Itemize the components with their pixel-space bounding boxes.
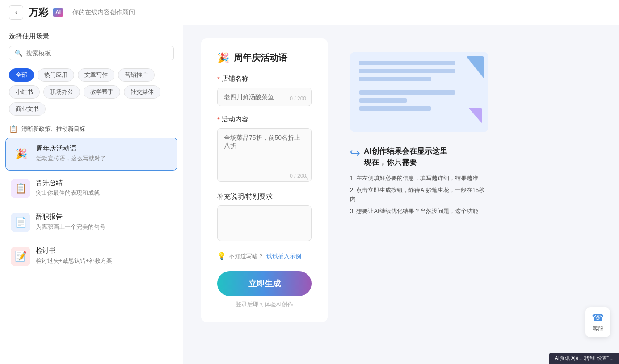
ai-tip-step-3: 3. 想要让AI继续优化结果？当然没问题，这个功能 (350, 207, 488, 216)
template-list: 🎉 周年庆活动语 活动宣传语，这么写就对了 📋 晋升总结 突出你最佳的表现和成就… (0, 138, 183, 274)
customer-service-label: 客服 (593, 325, 603, 333)
ai-tip-step-2: 2. 点击立即生成按钮，静待AI妙笔生花，一般在15秒内 (350, 186, 488, 203)
template-item-anniversary[interactable]: 🎉 周年庆活动语 活动宣传语，这么写就对了 (5, 138, 177, 171)
store-name-label: * 店铺名称 (217, 75, 312, 83)
activity-content-char-count: 0 / 200 (290, 173, 306, 179)
preview-line-2 (359, 69, 455, 73)
template-icon-promotion: 📋 (11, 179, 30, 198)
ai-tip-list: 1. 在左侧填好必要的信息，填写越详细，结果越准 2. 点击立即生成按钮，静待A… (350, 174, 488, 216)
template-info-review: 检讨书 检讨过失+诚恳认错+补救方案 (36, 247, 172, 265)
preview-line-1 (359, 61, 455, 65)
template-name-review: 检讨书 (36, 247, 172, 255)
preview-line-5 (359, 98, 407, 103)
template-desc-resignation: 为离职画上一个完美的句号 (36, 223, 172, 231)
template-name-resignation: 辞职报告 (36, 213, 172, 221)
template-info-anniversary: 周年庆活动语 活动宣传语，这么写就对了 (36, 144, 172, 163)
hint-icon: 💡 (217, 252, 226, 260)
sidebar-title: 选择使用场景 (9, 32, 174, 41)
required-mark-2: * (217, 116, 220, 123)
template-item-promotion[interactable]: 📋 晋升总结 突出你最佳的表现和成就 (5, 172, 177, 205)
back-button[interactable]: ‹ (9, 5, 23, 20)
template-desc-review: 检讨过失+诚恳认错+补救方案 (36, 257, 172, 265)
search-input[interactable] (26, 50, 168, 57)
logo-text: 万彩 (29, 6, 48, 19)
template-info-promotion: 晋升总结 突出你最佳的表现和成就 (36, 179, 172, 197)
generate-button[interactable]: 立即生成 (217, 271, 312, 296)
bottom-bar: AI资讯网/i... 转到 设置"... (549, 353, 619, 364)
sidebar: 选择使用场景 🔍 全部 热门应用 文章写作 营销推广 小红书 职场办公 教学帮手… (0, 25, 183, 364)
store-name-field: * 店铺名称 0 / 200 (217, 75, 312, 106)
form-title-icon: 🎉 (217, 52, 229, 64)
form-title-row: 🎉 周年庆活动语 (217, 52, 312, 64)
template-name-promotion: 晋升总结 (36, 179, 172, 187)
hint-row: 💡 不知道写啥？ 试试插入示例 (217, 252, 312, 260)
form-title: 周年庆活动语 (234, 52, 287, 64)
preview-illustration (350, 52, 488, 132)
search-box: 🔍 (9, 46, 174, 60)
hint-link[interactable]: 试试插入示例 (266, 252, 301, 260)
tag-all[interactable]: 全部 (9, 68, 34, 82)
form-card: 🎉 周年庆活动语 * 店铺名称 0 / 200 (201, 38, 328, 322)
section-icon: 📋 (9, 125, 18, 133)
preview-line-4 (359, 90, 455, 95)
supplement-label: 补充说明/特别要求 (217, 192, 312, 201)
decoration-area: ↩ AI创作结果会在显示这里 现在，你只需要 1. 在左侧填好必要的信息，填写越… (341, 38, 497, 237)
template-desc-promotion: 突出你最佳的表现和成就 (36, 189, 172, 197)
preview-line-6 (359, 106, 431, 111)
ai-tip-step-1: 1. 在左侧填好必要的信息，填写越详细，结果越准 (350, 174, 488, 183)
preview-line-3 (359, 77, 431, 81)
supplement-input[interactable] (217, 205, 312, 241)
template-icon-resignation: 📄 (11, 213, 30, 232)
generate-hint: 登录后即可体验AI创作 (217, 301, 312, 309)
arrow-icon: ↩ (350, 146, 360, 160)
activity-content-label: * 活动内容 (217, 115, 312, 124)
logo-ai-badge: AI (53, 8, 63, 17)
content-area: 🎉 周年庆活动语 * 店铺名称 0 / 200 (183, 25, 619, 364)
customer-service-icon: ☎ (592, 312, 604, 323)
header-subtitle: 你的在线内容创作顾问 (72, 8, 135, 17)
template-item-review[interactable]: 📝 检讨书 检讨过失+诚恳认错+补救方案 (5, 240, 177, 272)
required-mark-1: * (217, 75, 220, 83)
tag-social[interactable]: 社交媒体 (124, 85, 160, 99)
tag-hot[interactable]: 热门应用 (38, 68, 74, 82)
customer-service-button[interactable]: ☎ 客服 (585, 307, 610, 337)
activity-content-field: * 活动内容 0 / 200 ⤡ (217, 115, 312, 184)
tag-office[interactable]: 职场办公 (43, 85, 80, 99)
template-icon-anniversary: 🎉 (11, 144, 31, 164)
preview-lines (359, 61, 480, 111)
section-hint: 📋 清晰新政策、推动新目标 (0, 120, 183, 138)
activity-content-input-wrap: 0 / 200 ⤡ (217, 128, 312, 184)
ai-tip-title: AI创作结果会在显示这里 现在，你只需要 (364, 146, 447, 167)
section-hint-text: 清晰新政策、推动新目标 (21, 125, 85, 133)
template-name-anniversary: 周年庆活动语 (36, 144, 172, 153)
bottom-bar-text: AI资讯网/i... 转到 设置"... (555, 355, 614, 361)
template-desc-anniversary: 活动宣传语，这么写就对了 (36, 155, 172, 163)
template-item-resignation[interactable]: 📄 辞职报告 为离职画上一个完美的句号 (5, 206, 177, 238)
tag-article[interactable]: 文章写作 (78, 68, 114, 82)
resize-handle: ⤡ (304, 175, 309, 181)
template-info-resignation: 辞职报告 为离职画上一个完美的句号 (36, 213, 172, 231)
supplement-field: 补充说明/特别要求 (217, 192, 312, 243)
search-icon: 🔍 (15, 50, 22, 57)
store-name-char-count: 0 / 200 (290, 96, 306, 102)
template-icon-review: 📝 (11, 247, 30, 266)
tag-filters: 全部 热门应用 文章写作 营销推广 小红书 职场办公 教学帮手 社交媒体 商业文… (0, 64, 183, 120)
ai-tip-area: ↩ AI创作结果会在显示这里 现在，你只需要 1. 在左侧填好必要的信息，填写越… (350, 141, 488, 224)
tag-marketing[interactable]: 营销推广 (118, 68, 155, 82)
tag-business[interactable]: 商业文书 (9, 102, 46, 116)
preview-corner-2 (468, 108, 482, 123)
store-name-input-wrap: 0 / 200 (217, 88, 312, 106)
logo-area: 万彩 AI (29, 6, 63, 19)
tag-xiaohongshu[interactable]: 小红书 (9, 85, 40, 99)
hint-text: 不知道写啥？ (229, 252, 264, 260)
back-icon: ‹ (15, 8, 17, 17)
tag-education[interactable]: 教学帮手 (84, 85, 120, 99)
